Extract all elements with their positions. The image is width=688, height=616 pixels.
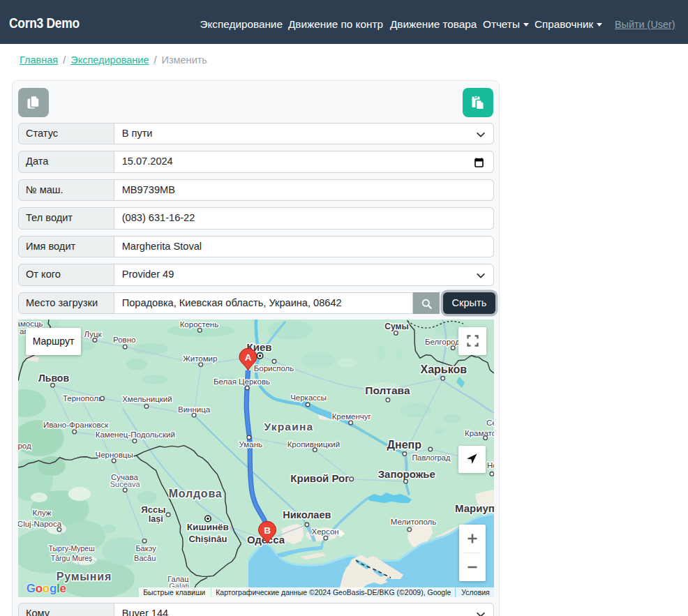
svg-text:Тыргу-Муреш: Тыргу-Муреш	[48, 544, 94, 553]
svg-text:Краматорск: Краматорск	[465, 429, 494, 437]
svg-text:Suceava: Suceava	[110, 480, 141, 488]
svg-text:Târgu Mureș: Târgu Mureș	[51, 554, 93, 562]
svg-text:Ивано-Франковск: Ивано-Франковск	[43, 421, 109, 429]
svg-text:Белая Церковь: Белая Церковь	[214, 377, 270, 386]
svg-text:Сумы: Сумы	[384, 322, 408, 331]
svg-text:Нов: Нов	[487, 461, 494, 469]
svg-text:Мариуп: Мариуп	[455, 502, 494, 514]
svg-text:Се: Се	[486, 419, 494, 427]
svg-text:Запорожье: Запорожье	[377, 468, 435, 480]
svg-text:Chișinău: Chișinău	[188, 534, 227, 544]
svg-text:Черновцы: Черновцы	[95, 451, 133, 459]
svg-text:Житомир: Житомир	[183, 354, 217, 363]
svg-text:Кропивницкий: Кропивницкий	[287, 440, 340, 449]
svg-text:B: B	[264, 525, 271, 536]
svg-text:Хмельницкий: Хмельницкий	[122, 395, 172, 403]
svg-text:Бакэу: Бакэу	[135, 544, 156, 553]
svg-text:Коростень: Коростень	[179, 320, 218, 329]
svg-text:Луцк: Луцк	[84, 330, 102, 338]
svg-text:Тернополь: Тернополь	[63, 394, 103, 403]
svg-text:Iași: Iași	[149, 514, 163, 524]
svg-text:Клуж: Клуж	[32, 509, 51, 517]
svg-text:Винница: Винница	[178, 405, 211, 414]
svg-text:Черкассы: Черкассы	[290, 393, 327, 402]
svg-text:Херсон: Херсон	[311, 527, 338, 536]
svg-text:Днепр: Днепр	[387, 439, 421, 451]
svg-text:Николаев: Николаев	[283, 509, 331, 520]
svg-text:Белгород: Белгород	[425, 338, 460, 346]
svg-text:Мелитополь: Мелитополь	[391, 518, 436, 526]
svg-text:A: A	[244, 352, 251, 363]
svg-text:Кривой Рог: Кривой Рог	[290, 472, 349, 484]
svg-text:Кишинёв: Кишинёв	[187, 522, 229, 532]
svg-text:Молдова: Молдова	[168, 488, 222, 499]
svg-text:Украина: Украина	[264, 421, 313, 433]
svg-text:Полтава: Полтава	[365, 384, 410, 396]
svg-text:Cluj-Napoca: Cluj-Napoca	[18, 520, 62, 528]
svg-text:Борисполь: Борисполь	[254, 364, 294, 373]
svg-text:Умань: Умань	[239, 440, 262, 449]
svg-text:Румыния: Румыния	[57, 571, 112, 583]
svg-text:Павлоград: Павлоград	[412, 453, 451, 462]
svg-text:Львов: Львов	[38, 373, 69, 384]
svg-text:Ровно: Ровно	[113, 336, 135, 344]
svg-text:Каменец-Подольский: Каменец-Подольский	[96, 430, 175, 439]
svg-text:род: род	[18, 442, 31, 450]
svg-text:Харьков: Харьков	[420, 363, 467, 375]
svg-text:Кременчуг: Кременчуг	[331, 412, 371, 421]
svg-text:Bacău: Bacău	[134, 554, 156, 562]
